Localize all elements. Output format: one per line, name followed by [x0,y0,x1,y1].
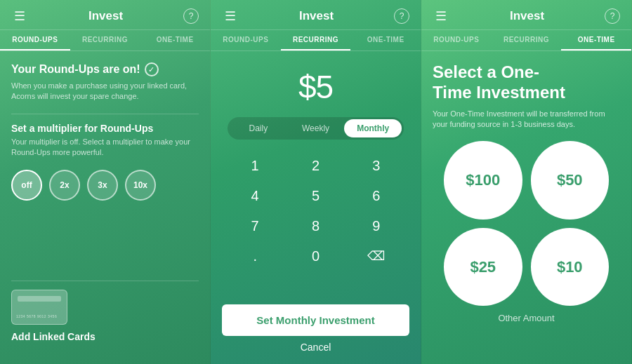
multiplier-row: off 2x 3x 10x [11,170,199,201]
set-monthly-investment-button[interactable]: Set Monthly Investment [222,304,409,336]
key-1[interactable]: 1 [225,151,285,181]
one-time-title: Select a One-Time Investment [433,62,620,103]
key-6[interactable]: 6 [346,181,407,211]
panel-round-ups: ☰ Invest ? ROUND-UPS RECURRING ONE-TIME … [0,0,211,364]
panel-2-content: $5 Daily Weekly Monthly 1 2 3 4 5 6 7 8 … [211,51,421,304]
key-4[interactable]: 4 [225,181,285,211]
panel-recurring: ☰ Invest ? ROUND-UPS RECURRING ONE-TIME … [211,0,421,364]
tab-recurring-1[interactable]: RECURRING [70,30,140,50]
freq-weekly[interactable]: Weekly [287,119,345,137]
key-5[interactable]: 5 [285,181,345,211]
menu-icon-1[interactable]: ☰ [11,8,28,24]
key-8[interactable]: 8 [285,211,345,241]
tabs-2: ROUND-UPS RECURRING ONE-TIME [211,29,421,51]
key-2[interactable]: 2 [285,151,345,181]
amount-50[interactable]: $50 [531,141,610,220]
multiplier-3x[interactable]: 3x [87,170,118,201]
credit-card-image [11,290,67,325]
header-1: ☰ Invest ? [0,0,210,29]
header-title-2: Invest [239,9,394,23]
multiplier-2x[interactable]: 2x [49,170,80,201]
one-time-desc: Your One-Time Investment will be transfe… [433,109,620,130]
divider-1 [11,114,199,114]
tabs-1: ROUND-UPS RECURRING ONE-TIME [0,29,210,51]
set-btn-container: Set Monthly Investment Cancel [211,304,421,364]
tab-round-ups-3[interactable]: ROUND-UPS [421,30,492,50]
help-icon-2[interactable]: ? [394,8,409,24]
key-0[interactable]: 0 [285,241,345,271]
tab-round-ups-2[interactable]: ROUND-UPS [211,30,281,50]
add-linked-cards-label[interactable]: Add Linked Cards [11,331,96,342]
key-7[interactable]: 7 [225,211,285,241]
menu-icon-3[interactable]: ☰ [433,8,449,24]
round-ups-title: Your Round-Ups are on! [11,63,140,76]
multiplier-off[interactable]: off [11,170,42,201]
tab-recurring-2[interactable]: RECURRING [281,30,351,50]
round-ups-desc: When you make a purchase using your link… [11,81,199,102]
amount-display: $5 [222,68,409,106]
amount-circles: $100 $50 $25 $10 [433,141,620,306]
help-icon-1[interactable]: ? [183,8,199,24]
header-title-3: Invest [449,9,605,23]
key-9[interactable]: 9 [346,211,407,241]
tabs-3: ROUND-UPS RECURRING ONE-TIME [421,29,631,51]
help-icon-3[interactable]: ? [605,8,620,24]
amount-25[interactable]: $25 [444,228,522,306]
menu-icon-2[interactable]: ☰ [222,8,239,24]
freq-monthly[interactable]: Monthly [344,119,402,137]
key-3[interactable]: 3 [346,151,407,181]
frequency-tabs: Daily Weekly Monthly [228,117,404,140]
tab-one-time-3[interactable]: ONE-TIME [561,30,631,50]
round-ups-status: Your Round-Ups are on! ✓ [11,62,199,76]
divider-2 [11,281,199,281]
header-3: ☰ Invest ? [421,0,631,29]
check-circle-icon: ✓ [145,62,159,76]
panel-3-content: Select a One-Time Investment Your One-Ti… [421,51,631,364]
panel-one-time: ☰ Invest ? ROUND-UPS RECURRING ONE-TIME … [421,0,632,364]
tab-round-ups-1[interactable]: ROUND-UPS [0,30,70,50]
tab-one-time-2[interactable]: ONE-TIME [350,30,421,50]
key-backspace[interactable]: ⌫ [346,241,407,271]
freq-daily[interactable]: Daily [230,119,287,137]
multiplier-desc: Your multiplier is off. Select a multipl… [11,137,199,159]
header-title-1: Invest [28,9,183,23]
amount-100[interactable]: $100 [444,141,522,220]
key-dot[interactable]: . [225,241,285,271]
amount-10[interactable]: $10 [531,228,610,306]
card-area: Add Linked Cards [11,272,199,343]
tab-recurring-3[interactable]: RECURRING [492,30,562,50]
multiplier-title: Set a multiplier for Round-Ups [11,123,199,134]
header-2: ☰ Invest ? [211,0,421,29]
cancel-button[interactable]: Cancel [222,336,409,358]
other-amount-label[interactable]: Other Amount [433,313,620,323]
tab-one-time-1[interactable]: ONE-TIME [140,30,210,50]
multiplier-10x[interactable]: 10x [125,170,156,201]
numpad: 1 2 3 4 5 6 7 8 9 . 0 ⌫ [225,151,407,271]
